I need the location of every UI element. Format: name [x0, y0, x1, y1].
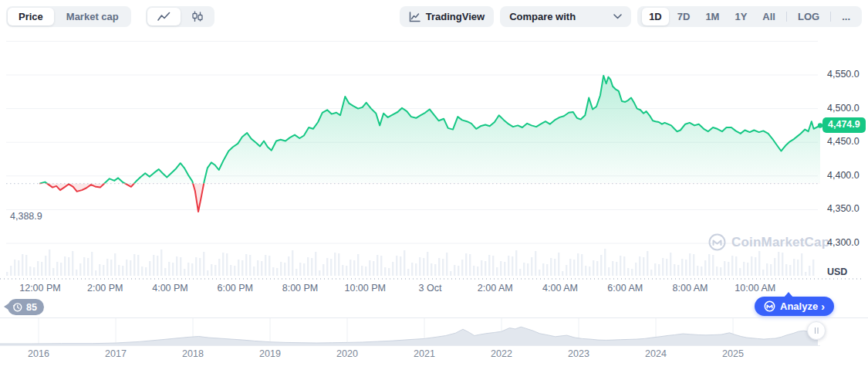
watermark-label: CoinMarketCap — [731, 235, 829, 250]
navigator-year-label: 2019 — [247, 348, 293, 359]
range-toggle: 1D7D1M1YAllLOG... — [637, 6, 862, 27]
x-axis-label: 4:00 PM — [140, 283, 201, 294]
analyze-button[interactable]: Analyze › — [755, 297, 834, 316]
navigator-year-label: 2017 — [93, 348, 139, 359]
x-axis-label: 8:00 PM — [269, 283, 331, 294]
y-axis-label: 4,350.0 — [827, 203, 860, 214]
x-axis-label: 10:00 PM — [334, 283, 396, 294]
chart-toolbar: Price Market cap — [6, 6, 862, 27]
navigator-year-label: 2021 — [401, 348, 448, 359]
analyze-logo-icon — [764, 300, 775, 312]
range-log-button[interactable]: LOG — [791, 8, 826, 25]
y-axis-label: 4,450.0 — [827, 136, 860, 147]
line-chart-icon — [157, 12, 171, 22]
area-fill-up — [40, 76, 820, 212]
open-price-label: 4,388.9 — [10, 211, 42, 222]
metric-toggle-price[interactable]: Price — [8, 8, 54, 25]
chevron-down-icon — [613, 14, 622, 19]
compare-with-label: Compare with — [509, 11, 576, 22]
range-1d-button[interactable]: 1D — [642, 8, 669, 25]
x-axis-label: 3 Oct — [400, 283, 461, 294]
volume-bars — [6, 249, 814, 276]
metric-toggle: Price Market cap — [6, 6, 131, 27]
history-count: 85 — [26, 302, 37, 313]
x-axis-label: 2:00 AM — [464, 283, 526, 294]
navigator-year-label: 2016 — [15, 348, 62, 359]
metric-toggle-market-cap[interactable]: Market cap — [56, 8, 130, 25]
navigator-year-label: 2020 — [324, 348, 370, 359]
x-axis-label: 6:00 PM — [204, 283, 266, 294]
y-axis-label: 4,550.0 — [827, 69, 860, 80]
x-axis-label: 6:00 AM — [594, 283, 656, 294]
candlestick-chart-type-button[interactable] — [182, 8, 213, 25]
range-7d-button[interactable]: 7D — [670, 8, 697, 25]
analyze-label: Analyze — [780, 300, 818, 312]
price-chart-area: 4,388.9 CoinMarketCap 4,550.04,500.04,45… — [0, 34, 868, 294]
x-axis: 12:00 PM2:00 PM4:00 PM6:00 PM8:00 PM10:0… — [0, 283, 823, 298]
range-1m-button[interactable]: 1M — [698, 8, 726, 25]
currency-label: USD — [827, 266, 847, 277]
tradingview-icon — [409, 12, 420, 22]
divider — [830, 12, 831, 22]
navigator-year-label: 2023 — [556, 348, 602, 359]
timeline-navigator[interactable]: 2016201720182019202020212022202320242025 — [0, 317, 868, 370]
x-axis-label: 2:00 PM — [74, 283, 136, 294]
navigator-year-label: 2022 — [478, 348, 525, 359]
navigator-year-label: 2024 — [633, 348, 679, 359]
navigator-year-label: 2018 — [170, 348, 216, 359]
line-chart-type-button[interactable] — [147, 8, 181, 25]
y-axis-label: 4,300.0 — [827, 237, 860, 248]
navigator-minimap[interactable] — [0, 318, 820, 345]
divider — [786, 12, 787, 22]
tradingview-label: TradingView — [426, 11, 485, 22]
candlestick-icon — [192, 11, 203, 22]
last-price-badge: 4,474.9 — [822, 117, 866, 133]
x-axis-label: 8:00 AM — [660, 283, 721, 294]
navigator-year-axis: 2016201720182019202020212022202320242025 — [0, 348, 820, 362]
navigator-resize-handle[interactable] — [807, 321, 826, 340]
more-options-button[interactable]: ... — [835, 8, 857, 25]
price-chart-widget: Price Market cap — [0, 0, 868, 370]
x-axis-tick-marks — [0, 278, 862, 280]
range-1y-button[interactable]: 1Y — [728, 8, 754, 25]
analyze-chevron-icon: › — [821, 300, 825, 313]
y-axis-label: 4,500.0 — [827, 103, 860, 114]
x-axis-label: 12:00 PM — [9, 283, 71, 294]
range-all-button[interactable]: All — [755, 8, 782, 25]
y-axis-label: 4,400.0 — [827, 170, 860, 181]
navigator-baseline — [0, 345, 820, 346]
navigator-year-label: 2025 — [710, 348, 756, 359]
tradingview-button[interactable]: TradingView — [400, 6, 494, 27]
x-axis-label: 4:00 AM — [529, 283, 591, 294]
history-clock-icon — [12, 301, 23, 313]
history-count-badge[interactable]: 85 — [8, 299, 44, 315]
coinmarketcap-logo-icon — [708, 233, 726, 251]
compare-with-dropdown[interactable]: Compare with — [500, 6, 631, 27]
price-line-chart[interactable] — [0, 34, 823, 278]
coinmarketcap-watermark: CoinMarketCap — [708, 233, 829, 251]
chart-type-toggle — [146, 6, 214, 27]
y-axis: 4,550.04,500.04,450.04,400.04,350.04,300… — [823, 34, 868, 278]
x-axis-label: 10:00 AM — [724, 283, 786, 294]
grip-icon — [815, 328, 816, 334]
